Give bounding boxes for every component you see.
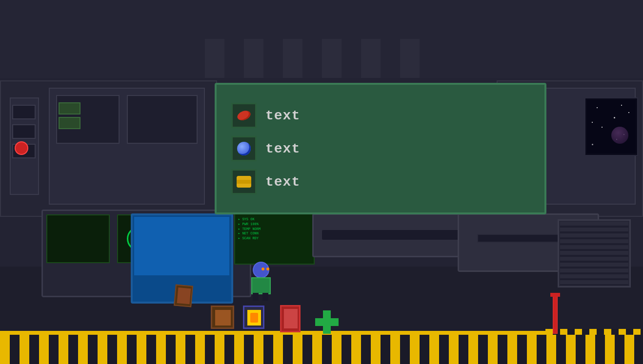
popup-item-3-icon [231,169,257,194]
green-cross-item [315,310,339,334]
bottom-item-box [211,306,234,329]
char-eye-right [266,268,269,270]
bottom-item-container [243,306,264,329]
left-vent-slot1 [12,105,36,119]
scroll-icon [237,176,251,188]
warning-post [553,295,558,334]
player-character [249,262,273,301]
blue-screen-inner [134,217,229,275]
wall-green-accent2 [59,117,80,129]
wall-green-accent1 [59,102,80,115]
popup-item-1[interactable]: text [231,103,530,128]
char-body [251,277,271,294]
popup-item-2-label: text [265,141,300,156]
right-screen-stars [587,100,636,153]
char-head [253,262,269,278]
floor-item-card [174,285,193,307]
game-scene: ▸ SYS OK ▸ PWR 100% ▸ TEMP NORM ▸ NET CO… [0,0,643,364]
popup-item-1-icon [231,103,257,128]
floor-hazard-stripes [0,335,643,364]
bottom-item-red [280,305,301,332]
green-panel-text: ▸ SYS OK ▸ PWR 100% ▸ TEMP NORM ▸ NET CO… [235,214,314,244]
left-indicator-light [15,141,28,155]
ceiling-stripes [205,39,439,78]
popup-item-1-label: text [265,108,300,123]
popup-item-3[interactable]: text [231,169,530,194]
door-lines [560,222,628,285]
console-screen-1 [46,214,110,263]
popup-item-2[interactable]: text [231,136,530,161]
seed-icon [236,109,252,122]
warning-post-top [550,293,560,297]
char-legs [253,293,268,301]
wall-panel-detail2 [127,95,198,144]
hazard-stripes-right [545,329,643,335]
popup-menu: text text text [215,83,546,214]
green-text-panel: ▸ SYS OK ▸ PWR 100% ▸ TEMP NORM ▸ NET CO… [234,213,315,265]
popup-item-3-label: text [265,174,300,190]
conveyor-slot [322,230,459,240]
char-eye-left [261,268,264,270]
orb-icon [237,142,251,155]
left-vent-slot2 [12,124,36,139]
popup-item-2-icon [231,136,257,161]
